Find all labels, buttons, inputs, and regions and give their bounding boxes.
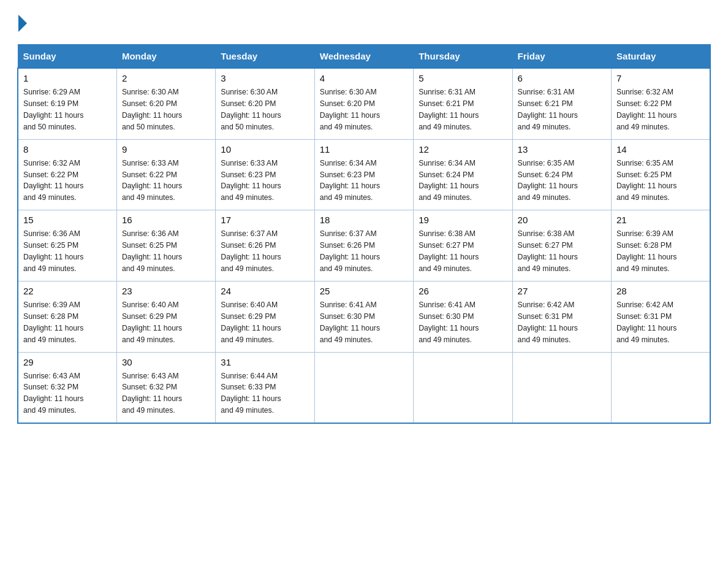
day-info: Sunrise: 6:44 AMSunset: 6:33 PMDaylight:… <box>221 370 309 417</box>
day-number: 12 <box>419 144 507 155</box>
day-number: 5 <box>419 73 507 83</box>
day-info: Sunrise: 6:30 AMSunset: 6:20 PMDaylight:… <box>122 86 210 133</box>
day-info: Sunrise: 6:37 AMSunset: 6:26 PMDaylight:… <box>320 228 408 275</box>
day-info: Sunrise: 6:38 AMSunset: 6:27 PMDaylight:… <box>419 228 507 275</box>
calendar-header-row: SundayMondayTuesdayWednesdayThursdayFrid… <box>18 45 710 69</box>
calendar-cell: 2 Sunrise: 6:30 AMSunset: 6:20 PMDayligh… <box>116 68 215 139</box>
day-number: 14 <box>616 144 705 155</box>
day-number: 19 <box>419 215 507 225</box>
day-info: Sunrise: 6:33 AMSunset: 6:23 PMDaylight:… <box>221 158 309 204</box>
day-number: 18 <box>320 215 408 225</box>
calendar-cell: 30 Sunrise: 6:43 AMSunset: 6:32 PMDaylig… <box>116 352 215 423</box>
day-info: Sunrise: 6:42 AMSunset: 6:31 PMDaylight:… <box>616 299 705 346</box>
day-number: 17 <box>221 215 309 225</box>
day-info: Sunrise: 6:39 AMSunset: 6:28 PMDaylight:… <box>616 228 705 275</box>
logo <box>17 15 27 33</box>
day-number: 25 <box>320 286 408 296</box>
calendar-cell <box>414 352 512 423</box>
calendar-cell: 19 Sunrise: 6:38 AMSunset: 6:27 PMDaylig… <box>414 210 512 282</box>
calendar-week-row: 8 Sunrise: 6:32 AMSunset: 6:22 PMDayligh… <box>18 139 710 210</box>
calendar-cell: 23 Sunrise: 6:40 AMSunset: 6:29 PMDaylig… <box>116 281 215 352</box>
column-header-wednesday: Wednesday <box>314 45 413 69</box>
day-info: Sunrise: 6:31 AMSunset: 6:21 PMDaylight:… <box>419 86 507 133</box>
calendar-cell: 15 Sunrise: 6:36 AMSunset: 6:25 PMDaylig… <box>18 210 116 282</box>
day-number: 6 <box>518 73 606 83</box>
day-number: 11 <box>320 144 408 155</box>
day-info: Sunrise: 6:40 AMSunset: 6:29 PMDaylight:… <box>221 299 309 346</box>
day-info: Sunrise: 6:37 AMSunset: 6:26 PMDaylight:… <box>221 228 309 275</box>
logo-triangle-icon <box>18 15 27 32</box>
day-info: Sunrise: 6:39 AMSunset: 6:28 PMDaylight:… <box>23 299 112 346</box>
day-info: Sunrise: 6:41 AMSunset: 6:30 PMDaylight:… <box>419 299 507 346</box>
calendar-table: SundayMondayTuesdayWednesdayThursdayFrid… <box>17 44 711 424</box>
day-number: 28 <box>616 286 705 296</box>
calendar-cell: 14 Sunrise: 6:35 AMSunset: 6:25 PMDaylig… <box>612 139 710 210</box>
column-header-friday: Friday <box>512 45 611 69</box>
day-info: Sunrise: 6:30 AMSunset: 6:20 PMDaylight:… <box>320 86 408 133</box>
day-info: Sunrise: 6:36 AMSunset: 6:25 PMDaylight:… <box>23 228 112 275</box>
day-number: 31 <box>221 357 309 367</box>
day-number: 8 <box>23 144 112 155</box>
day-info: Sunrise: 6:43 AMSunset: 6:32 PMDaylight:… <box>23 370 112 417</box>
calendar-cell: 22 Sunrise: 6:39 AMSunset: 6:28 PMDaylig… <box>18 281 116 352</box>
day-number: 27 <box>518 286 606 296</box>
calendar-cell: 9 Sunrise: 6:33 AMSunset: 6:22 PMDayligh… <box>116 139 215 210</box>
day-number: 29 <box>23 357 112 367</box>
calendar-cell: 1 Sunrise: 6:29 AMSunset: 6:19 PMDayligh… <box>18 68 116 139</box>
calendar-cell <box>314 352 413 423</box>
day-info: Sunrise: 6:40 AMSunset: 6:29 PMDaylight:… <box>122 299 210 346</box>
page-header <box>17 15 711 33</box>
calendar-cell: 17 Sunrise: 6:37 AMSunset: 6:26 PMDaylig… <box>216 210 314 282</box>
calendar-cell: 20 Sunrise: 6:38 AMSunset: 6:27 PMDaylig… <box>512 210 611 282</box>
day-info: Sunrise: 6:34 AMSunset: 6:24 PMDaylight:… <box>419 158 507 204</box>
day-number: 26 <box>419 286 507 296</box>
calendar-week-row: 29 Sunrise: 6:43 AMSunset: 6:32 PMDaylig… <box>18 352 710 423</box>
calendar-cell: 16 Sunrise: 6:36 AMSunset: 6:25 PMDaylig… <box>116 210 215 282</box>
day-number: 2 <box>122 73 210 83</box>
day-info: Sunrise: 6:30 AMSunset: 6:20 PMDaylight:… <box>221 86 309 133</box>
calendar-cell: 28 Sunrise: 6:42 AMSunset: 6:31 PMDaylig… <box>612 281 710 352</box>
calendar-week-row: 22 Sunrise: 6:39 AMSunset: 6:28 PMDaylig… <box>18 281 710 352</box>
day-number: 15 <box>23 215 112 225</box>
day-info: Sunrise: 6:31 AMSunset: 6:21 PMDaylight:… <box>518 86 606 133</box>
day-number: 23 <box>122 286 210 296</box>
calendar-cell <box>512 352 611 423</box>
calendar-cell: 12 Sunrise: 6:34 AMSunset: 6:24 PMDaylig… <box>414 139 512 210</box>
column-header-monday: Monday <box>116 45 215 69</box>
column-header-thursday: Thursday <box>414 45 512 69</box>
day-number: 10 <box>221 144 309 155</box>
day-info: Sunrise: 6:32 AMSunset: 6:22 PMDaylight:… <box>23 158 112 204</box>
calendar-week-row: 15 Sunrise: 6:36 AMSunset: 6:25 PMDaylig… <box>18 210 710 282</box>
day-info: Sunrise: 6:43 AMSunset: 6:32 PMDaylight:… <box>122 370 210 417</box>
day-number: 22 <box>23 286 112 296</box>
column-header-sunday: Sunday <box>18 45 116 69</box>
calendar-cell: 4 Sunrise: 6:30 AMSunset: 6:20 PMDayligh… <box>314 68 413 139</box>
calendar-cell: 18 Sunrise: 6:37 AMSunset: 6:26 PMDaylig… <box>314 210 413 282</box>
calendar-cell: 25 Sunrise: 6:41 AMSunset: 6:30 PMDaylig… <box>314 281 413 352</box>
calendar-week-row: 1 Sunrise: 6:29 AMSunset: 6:19 PMDayligh… <box>18 68 710 139</box>
column-header-saturday: Saturday <box>612 45 710 69</box>
day-number: 7 <box>616 73 705 83</box>
day-info: Sunrise: 6:38 AMSunset: 6:27 PMDaylight:… <box>518 228 606 275</box>
day-info: Sunrise: 6:32 AMSunset: 6:22 PMDaylight:… <box>616 86 705 133</box>
day-number: 24 <box>221 286 309 296</box>
day-number: 1 <box>23 73 112 83</box>
calendar-cell: 26 Sunrise: 6:41 AMSunset: 6:30 PMDaylig… <box>414 281 512 352</box>
calendar-cell: 11 Sunrise: 6:34 AMSunset: 6:23 PMDaylig… <box>314 139 413 210</box>
calendar-cell: 8 Sunrise: 6:32 AMSunset: 6:22 PMDayligh… <box>18 139 116 210</box>
calendar-cell: 7 Sunrise: 6:32 AMSunset: 6:22 PMDayligh… <box>612 68 710 139</box>
day-number: 21 <box>616 215 705 225</box>
calendar-cell: 29 Sunrise: 6:43 AMSunset: 6:32 PMDaylig… <box>18 352 116 423</box>
calendar-cell: 31 Sunrise: 6:44 AMSunset: 6:33 PMDaylig… <box>216 352 314 423</box>
day-number: 20 <box>518 215 606 225</box>
day-number: 3 <box>221 73 309 83</box>
day-info: Sunrise: 6:34 AMSunset: 6:23 PMDaylight:… <box>320 158 408 204</box>
calendar-cell: 5 Sunrise: 6:31 AMSunset: 6:21 PMDayligh… <box>414 68 512 139</box>
day-info: Sunrise: 6:35 AMSunset: 6:24 PMDaylight:… <box>518 158 606 204</box>
calendar-cell <box>612 352 710 423</box>
day-info: Sunrise: 6:33 AMSunset: 6:22 PMDaylight:… <box>122 158 210 204</box>
day-info: Sunrise: 6:42 AMSunset: 6:31 PMDaylight:… <box>518 299 606 346</box>
calendar-cell: 6 Sunrise: 6:31 AMSunset: 6:21 PMDayligh… <box>512 68 611 139</box>
day-number: 13 <box>518 144 606 155</box>
calendar-cell: 21 Sunrise: 6:39 AMSunset: 6:28 PMDaylig… <box>612 210 710 282</box>
